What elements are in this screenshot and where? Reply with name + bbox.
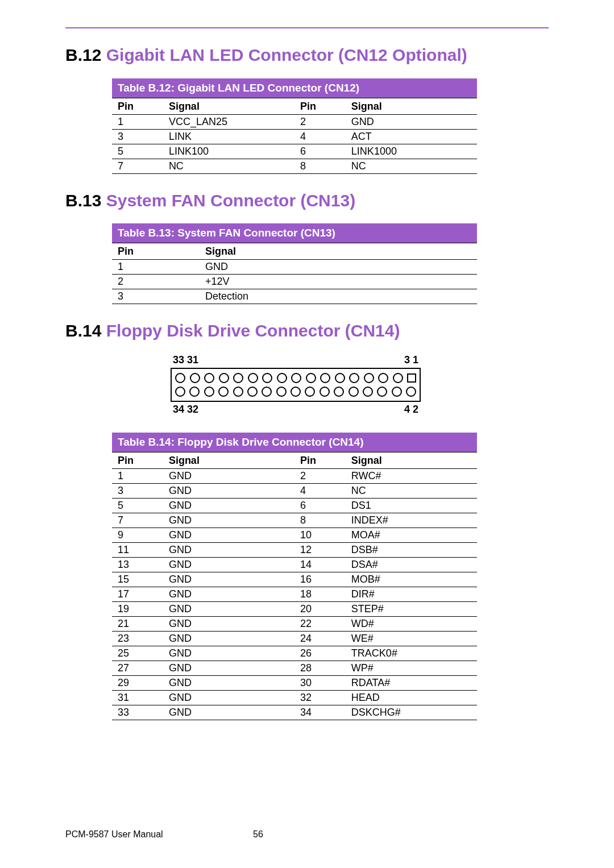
table-row: 5GND6DS1 bbox=[112, 498, 477, 513]
table-b14: Table B.14: Floppy Disk Drive Connector … bbox=[112, 433, 477, 720]
table-b13: Table B.13: System FAN Connector (CN13) … bbox=[112, 223, 477, 304]
page-content: B.12 Gigabit LAN LED Connector (CN12 Opt… bbox=[65, 44, 549, 736]
table-cell: GND bbox=[163, 646, 294, 661]
table-cell: NC bbox=[346, 159, 477, 173]
table-cell: GND bbox=[163, 661, 294, 675]
table-cell: GND bbox=[163, 616, 294, 631]
table-cell: DSKCHG# bbox=[346, 705, 477, 720]
pin-circle-icon bbox=[378, 373, 388, 383]
pin-circle-icon bbox=[218, 387, 229, 397]
table-cell: LINK bbox=[163, 129, 294, 144]
table-row: 3Detection bbox=[112, 289, 477, 304]
table-row: 21GND22WD# bbox=[112, 616, 477, 631]
pin-circle-icon bbox=[320, 373, 330, 383]
column-header: Signal bbox=[346, 98, 477, 114]
table-row: 7GND8INDEX# bbox=[112, 513, 477, 528]
section-b14-heading: B.14 Floppy Disk Drive Connector (CN14) bbox=[65, 320, 549, 342]
column-header: Signal bbox=[163, 452, 294, 468]
pin-circle-icon bbox=[276, 387, 287, 397]
table-cell: 21 bbox=[112, 616, 163, 631]
table-cell: 25 bbox=[112, 646, 163, 661]
table-row: 2+12V bbox=[112, 275, 477, 289]
pin-circle-icon bbox=[277, 373, 287, 383]
table-cell: GND bbox=[163, 542, 294, 557]
table-cell: 18 bbox=[294, 587, 346, 601]
table-cell: 29 bbox=[112, 675, 163, 690]
table-cell: 17 bbox=[112, 587, 163, 601]
table-cell: MOB# bbox=[346, 572, 477, 587]
table-row: 25GND26TRACK0# bbox=[112, 646, 477, 661]
table-cell: 2 bbox=[294, 468, 346, 483]
table-cell: 27 bbox=[112, 661, 163, 675]
column-header: Pin bbox=[294, 452, 346, 468]
table-cell: 4 bbox=[294, 483, 346, 498]
column-header: Pin bbox=[112, 452, 163, 468]
pin-circle-icon bbox=[248, 373, 258, 383]
table-row: 1VCC_LAN252GND bbox=[112, 114, 477, 129]
pin-circle-icon bbox=[204, 387, 214, 397]
pin-circle-icon bbox=[334, 387, 344, 397]
pin-circle-icon bbox=[364, 373, 374, 383]
section-title: Gigabit LAN LED Connector (CN12 Optional… bbox=[106, 45, 467, 64]
column-header: Pin bbox=[294, 98, 346, 114]
table-cell: 14 bbox=[294, 557, 346, 572]
table-row: 9GND10MOA# bbox=[112, 528, 477, 542]
pin-circle-icon bbox=[175, 387, 185, 397]
table-cell: TRACK0# bbox=[346, 646, 477, 661]
pin-circle-icon bbox=[377, 387, 387, 397]
table-cell: 24 bbox=[294, 631, 346, 646]
table-row: 27GND28WP# bbox=[112, 661, 477, 675]
pin-circle-icon bbox=[306, 373, 316, 383]
label-top-left: 33 31 bbox=[173, 354, 198, 366]
table-cell: 32 bbox=[294, 690, 346, 705]
table-cell: 19 bbox=[112, 601, 163, 616]
table-cell: ACT bbox=[346, 129, 477, 144]
column-header: Signal bbox=[163, 98, 294, 114]
pin-circle-icon bbox=[320, 387, 330, 397]
table-row: 7NC8NC bbox=[112, 159, 477, 173]
table-row: 1GND2RWC# bbox=[112, 468, 477, 483]
pin-circle-icon bbox=[175, 373, 185, 383]
section-b12-heading: B.12 Gigabit LAN LED Connector (CN12 Opt… bbox=[65, 44, 549, 66]
label-bot-left: 34 32 bbox=[173, 404, 198, 416]
table-cell: MOA# bbox=[346, 528, 477, 542]
table-cell: +12V bbox=[200, 275, 477, 289]
table-cell: 28 bbox=[294, 661, 346, 675]
table-cell: Detection bbox=[200, 289, 477, 304]
table-row: 33GND34DSKCHG# bbox=[112, 705, 477, 720]
pin-labels-bottom: 34 32 4 2 bbox=[171, 404, 421, 416]
table-cell: 1 bbox=[112, 260, 200, 275]
pin-circle-icon bbox=[335, 373, 345, 383]
table-cell: GND bbox=[346, 114, 477, 129]
table-caption: Table B.12: Gigabit LAN LED Connector (C… bbox=[112, 78, 477, 98]
table-caption: Table B.14: Floppy Disk Drive Connector … bbox=[112, 433, 477, 452]
table-cell: DS1 bbox=[346, 498, 477, 513]
pin-circle-icon bbox=[349, 387, 359, 397]
table-cell: DIR# bbox=[346, 587, 477, 601]
table-cell: INDEX# bbox=[346, 513, 477, 528]
table-cell: GND bbox=[163, 587, 294, 601]
table-cell: 15 bbox=[112, 572, 163, 587]
pin-circle-icon bbox=[262, 373, 272, 383]
pin-circle-icon bbox=[406, 387, 416, 397]
pin-circle-icon bbox=[189, 387, 200, 397]
table-cell: VCC_LAN25 bbox=[163, 114, 294, 129]
table-row: 11GND12DSB# bbox=[112, 542, 477, 557]
table-cell: GND bbox=[163, 483, 294, 498]
page-number: 56 bbox=[253, 829, 263, 840]
section-title: Floppy Disk Drive Connector (CN14) bbox=[106, 321, 400, 340]
table-cell: GND bbox=[163, 528, 294, 542]
table-cell: GND bbox=[200, 260, 477, 275]
table-cell: 2 bbox=[112, 275, 200, 289]
section-number: B.14 bbox=[65, 321, 101, 340]
table-row: 1GND bbox=[112, 260, 477, 275]
column-header: Signal bbox=[200, 243, 477, 260]
pin-circle-icon bbox=[392, 387, 402, 397]
table-row: 3LINK4ACT bbox=[112, 129, 477, 144]
table-cell: HEAD bbox=[346, 690, 477, 705]
table-cell: NC bbox=[346, 483, 477, 498]
pin-row bbox=[175, 371, 416, 385]
table-cell: 5 bbox=[112, 498, 163, 513]
table-cell: 34 bbox=[294, 705, 346, 720]
table-cell: 8 bbox=[294, 159, 346, 173]
